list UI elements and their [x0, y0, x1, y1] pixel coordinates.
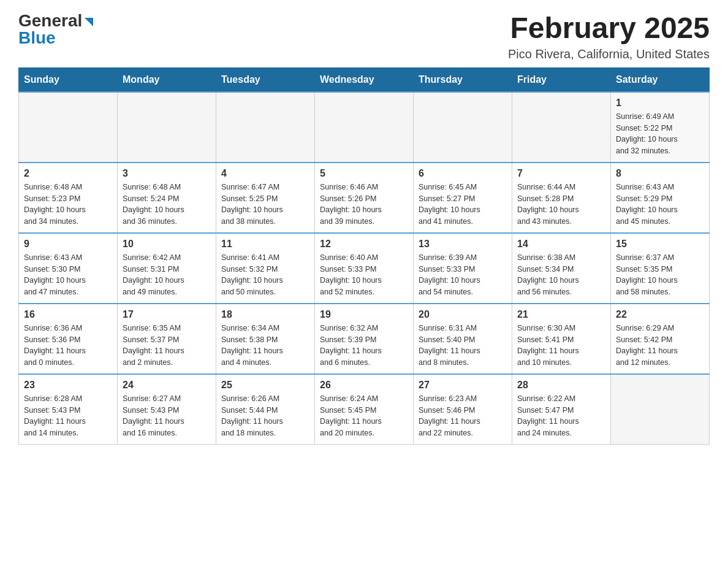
table-row: [512, 92, 611, 163]
table-row: 10Sunrise: 6:42 AM Sunset: 5:31 PM Dayli…: [118, 233, 216, 304]
day-number: 19: [320, 309, 408, 320]
table-row: 5Sunrise: 6:46 AM Sunset: 5:26 PM Daylig…: [315, 163, 414, 233]
logo-blue: Blue: [18, 28, 56, 47]
day-info: Sunrise: 6:34 AM Sunset: 5:38 PM Dayligh…: [221, 323, 309, 369]
table-row: 17Sunrise: 6:35 AM Sunset: 5:37 PM Dayli…: [118, 304, 216, 374]
table-row: 2Sunrise: 6:48 AM Sunset: 5:23 PM Daylig…: [19, 163, 118, 233]
table-row: 25Sunrise: 6:26 AM Sunset: 5:44 PM Dayli…: [216, 374, 315, 445]
day-info: Sunrise: 6:36 AM Sunset: 5:36 PM Dayligh…: [24, 323, 112, 369]
day-info: Sunrise: 6:40 AM Sunset: 5:33 PM Dayligh…: [320, 252, 408, 298]
title-section: February 2025 Pico Rivera, California, U…: [508, 12, 710, 61]
day-info: Sunrise: 6:35 AM Sunset: 5:37 PM Dayligh…: [123, 323, 211, 369]
day-number: 4: [221, 168, 309, 179]
day-info: Sunrise: 6:28 AM Sunset: 5:43 PM Dayligh…: [24, 393, 112, 439]
day-number: 3: [123, 168, 211, 179]
main-title: February 2025: [508, 12, 710, 45]
table-row: 21Sunrise: 6:30 AM Sunset: 5:41 PM Dayli…: [512, 304, 611, 374]
day-number: 7: [517, 168, 605, 179]
day-info: Sunrise: 6:29 AM Sunset: 5:42 PM Dayligh…: [616, 323, 704, 369]
day-number: 9: [24, 239, 112, 250]
calendar-week-row: 1Sunrise: 6:49 AM Sunset: 5:22 PM Daylig…: [19, 92, 710, 163]
header-thursday: Thursday: [414, 67, 512, 92]
table-row: 13Sunrise: 6:39 AM Sunset: 5:33 PM Dayli…: [414, 233, 512, 304]
table-row: 27Sunrise: 6:23 AM Sunset: 5:46 PM Dayli…: [414, 374, 512, 445]
table-row: 23Sunrise: 6:28 AM Sunset: 5:43 PM Dayli…: [19, 374, 118, 445]
day-info: Sunrise: 6:43 AM Sunset: 5:29 PM Dayligh…: [616, 182, 704, 228]
day-info: Sunrise: 6:31 AM Sunset: 5:40 PM Dayligh…: [419, 323, 507, 369]
table-row: 19Sunrise: 6:32 AM Sunset: 5:39 PM Dayli…: [315, 304, 414, 374]
calendar-week-row: 16Sunrise: 6:36 AM Sunset: 5:36 PM Dayli…: [19, 304, 710, 374]
day-number: 26: [320, 380, 408, 391]
table-row: 18Sunrise: 6:34 AM Sunset: 5:38 PM Dayli…: [216, 304, 315, 374]
table-row: 6Sunrise: 6:45 AM Sunset: 5:27 PM Daylig…: [414, 163, 512, 233]
day-info: Sunrise: 6:47 AM Sunset: 5:25 PM Dayligh…: [221, 182, 309, 228]
day-info: Sunrise: 6:26 AM Sunset: 5:44 PM Dayligh…: [221, 393, 309, 439]
day-number: 2: [24, 168, 112, 179]
day-info: Sunrise: 6:48 AM Sunset: 5:23 PM Dayligh…: [24, 182, 112, 228]
day-number: 28: [517, 380, 605, 391]
table-row: [118, 92, 216, 163]
page-header: General Blue February 2025 Pico Rivera, …: [18, 12, 710, 61]
table-row: 26Sunrise: 6:24 AM Sunset: 5:45 PM Dayli…: [315, 374, 414, 445]
day-info: Sunrise: 6:30 AM Sunset: 5:41 PM Dayligh…: [517, 323, 605, 369]
calendar-week-row: 2Sunrise: 6:48 AM Sunset: 5:23 PM Daylig…: [19, 163, 710, 233]
day-info: Sunrise: 6:42 AM Sunset: 5:31 PM Dayligh…: [123, 252, 211, 298]
table-row: 24Sunrise: 6:27 AM Sunset: 5:43 PM Dayli…: [118, 374, 216, 445]
day-info: Sunrise: 6:45 AM Sunset: 5:27 PM Dayligh…: [419, 182, 507, 228]
day-number: 15: [616, 239, 704, 250]
table-row: 16Sunrise: 6:36 AM Sunset: 5:36 PM Dayli…: [19, 304, 118, 374]
table-row: 11Sunrise: 6:41 AM Sunset: 5:32 PM Dayli…: [216, 233, 315, 304]
table-row: 1Sunrise: 6:49 AM Sunset: 5:22 PM Daylig…: [611, 92, 710, 163]
day-number: 17: [123, 309, 211, 320]
day-number: 16: [24, 309, 112, 320]
table-row: 8Sunrise: 6:43 AM Sunset: 5:29 PM Daylig…: [611, 163, 710, 233]
table-row: [414, 92, 512, 163]
day-info: Sunrise: 6:37 AM Sunset: 5:35 PM Dayligh…: [616, 252, 704, 298]
day-number: 18: [221, 309, 309, 320]
day-info: Sunrise: 6:24 AM Sunset: 5:45 PM Dayligh…: [320, 393, 408, 439]
day-number: 10: [123, 239, 211, 250]
day-number: 25: [221, 380, 309, 391]
day-info: Sunrise: 6:38 AM Sunset: 5:34 PM Dayligh…: [517, 252, 605, 298]
day-info: Sunrise: 6:43 AM Sunset: 5:30 PM Dayligh…: [24, 252, 112, 298]
table-row: 4Sunrise: 6:47 AM Sunset: 5:25 PM Daylig…: [216, 163, 315, 233]
header-sunday: Sunday: [19, 67, 118, 92]
day-info: Sunrise: 6:23 AM Sunset: 5:46 PM Dayligh…: [419, 393, 507, 439]
table-row: 7Sunrise: 6:44 AM Sunset: 5:28 PM Daylig…: [512, 163, 611, 233]
logo-triangle-icon: [83, 17, 94, 28]
day-info: Sunrise: 6:32 AM Sunset: 5:39 PM Dayligh…: [320, 323, 408, 369]
day-number: 11: [221, 239, 309, 250]
table-row: 20Sunrise: 6:31 AM Sunset: 5:40 PM Dayli…: [414, 304, 512, 374]
day-number: 14: [517, 239, 605, 250]
logo: General Blue: [18, 12, 94, 47]
header-monday: Monday: [118, 67, 216, 92]
day-number: 8: [616, 168, 704, 179]
day-number: 23: [24, 380, 112, 391]
svg-marker-0: [85, 18, 93, 26]
calendar-week-row: 9Sunrise: 6:43 AM Sunset: 5:30 PM Daylig…: [19, 233, 710, 304]
day-info: Sunrise: 6:44 AM Sunset: 5:28 PM Dayligh…: [517, 182, 605, 228]
day-number: 6: [419, 168, 507, 179]
day-info: Sunrise: 6:41 AM Sunset: 5:32 PM Dayligh…: [221, 252, 309, 298]
day-info: Sunrise: 6:48 AM Sunset: 5:24 PM Dayligh…: [123, 182, 211, 228]
table-row: 22Sunrise: 6:29 AM Sunset: 5:42 PM Dayli…: [611, 304, 710, 374]
table-row: 15Sunrise: 6:37 AM Sunset: 5:35 PM Dayli…: [611, 233, 710, 304]
table-row: [216, 92, 315, 163]
day-info: Sunrise: 6:27 AM Sunset: 5:43 PM Dayligh…: [123, 393, 211, 439]
day-info: Sunrise: 6:22 AM Sunset: 5:47 PM Dayligh…: [517, 393, 605, 439]
day-number: 27: [419, 380, 507, 391]
day-number: 24: [123, 380, 211, 391]
day-number: 20: [419, 309, 507, 320]
table-row: 12Sunrise: 6:40 AM Sunset: 5:33 PM Dayli…: [315, 233, 414, 304]
day-number: 1: [616, 98, 704, 109]
subtitle: Pico Rivera, California, United States: [508, 47, 710, 61]
header-saturday: Saturday: [611, 67, 710, 92]
table-row: 14Sunrise: 6:38 AM Sunset: 5:34 PM Dayli…: [512, 233, 611, 304]
day-info: Sunrise: 6:39 AM Sunset: 5:33 PM Dayligh…: [419, 252, 507, 298]
day-info: Sunrise: 6:46 AM Sunset: 5:26 PM Dayligh…: [320, 182, 408, 228]
calendar: Sunday Monday Tuesday Wednesday Thursday…: [18, 67, 710, 445]
table-row: [611, 374, 710, 445]
table-row: [315, 92, 414, 163]
logo-general: General: [18, 12, 82, 29]
table-row: 28Sunrise: 6:22 AM Sunset: 5:47 PM Dayli…: [512, 374, 611, 445]
